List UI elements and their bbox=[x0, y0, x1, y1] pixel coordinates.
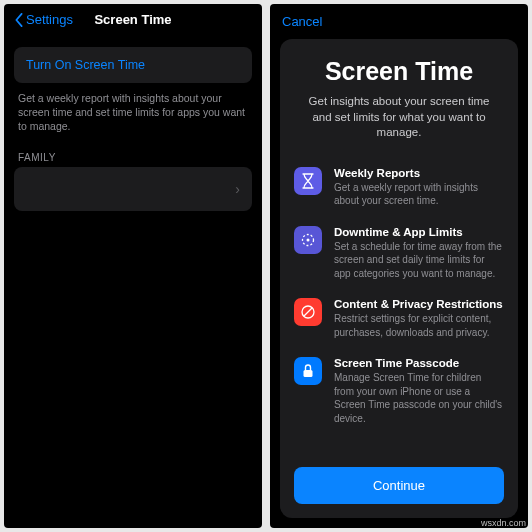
page-subtitle: Get insights about your screen time and … bbox=[294, 86, 504, 141]
continue-label: Continue bbox=[373, 478, 425, 493]
cancel-button[interactable]: Cancel bbox=[282, 14, 322, 29]
feature-body: Manage Screen Time for children from you… bbox=[334, 371, 504, 425]
feature-title: Content & Privacy Restrictions bbox=[334, 298, 504, 310]
svg-point-1 bbox=[307, 238, 310, 241]
chevron-right-icon: › bbox=[235, 181, 240, 197]
lock-icon bbox=[294, 357, 322, 385]
chevron-left-icon bbox=[14, 13, 24, 27]
feature-list: Weekly Reports Get a weekly report with … bbox=[294, 167, 504, 457]
back-label: Settings bbox=[26, 12, 73, 27]
svg-rect-4 bbox=[304, 370, 313, 377]
nav-bar: Cancel bbox=[270, 4, 528, 33]
feature-weekly-reports: Weekly Reports Get a weekly report with … bbox=[294, 167, 504, 208]
feature-passcode: Screen Time Passcode Manage Screen Time … bbox=[294, 357, 504, 425]
nav-title: Screen Time bbox=[94, 12, 171, 27]
turn-on-label: Turn On Screen Time bbox=[26, 58, 145, 72]
continue-button[interactable]: Continue bbox=[294, 467, 504, 504]
hourglass-icon bbox=[294, 167, 322, 195]
settings-screen: Settings Screen Time Turn On Screen Time… bbox=[4, 4, 262, 528]
nav-bar: Settings Screen Time bbox=[4, 4, 262, 37]
feature-title: Screen Time Passcode bbox=[334, 357, 504, 369]
feature-content-privacy: Content & Privacy Restrictions Restrict … bbox=[294, 298, 504, 339]
feature-body: Restrict settings for explicit content, … bbox=[334, 312, 504, 339]
page-title: Screen Time bbox=[294, 57, 504, 86]
feature-title: Weekly Reports bbox=[334, 167, 504, 179]
feature-body: Set a schedule for time away from the sc… bbox=[334, 240, 504, 281]
intro-sheet: Screen Time Get insights about your scre… bbox=[280, 39, 518, 518]
back-button[interactable]: Settings bbox=[14, 12, 73, 27]
feature-downtime: Downtime & App Limits Set a schedule for… bbox=[294, 226, 504, 281]
intro-screen: Cancel Screen Time Get insights about yo… bbox=[270, 4, 528, 528]
watermark: wsxdn.com bbox=[481, 518, 526, 528]
feature-body: Get a weekly report with insights about … bbox=[334, 181, 504, 208]
dial-icon bbox=[294, 226, 322, 254]
turn-on-description: Get a weekly report with insights about … bbox=[4, 87, 262, 134]
svg-line-3 bbox=[304, 308, 312, 316]
turn-on-screen-time[interactable]: Turn On Screen Time bbox=[14, 47, 252, 83]
family-header: FAMILY bbox=[4, 134, 262, 167]
family-cell[interactable]: › bbox=[14, 167, 252, 211]
no-entry-icon bbox=[294, 298, 322, 326]
feature-title: Downtime & App Limits bbox=[334, 226, 504, 238]
